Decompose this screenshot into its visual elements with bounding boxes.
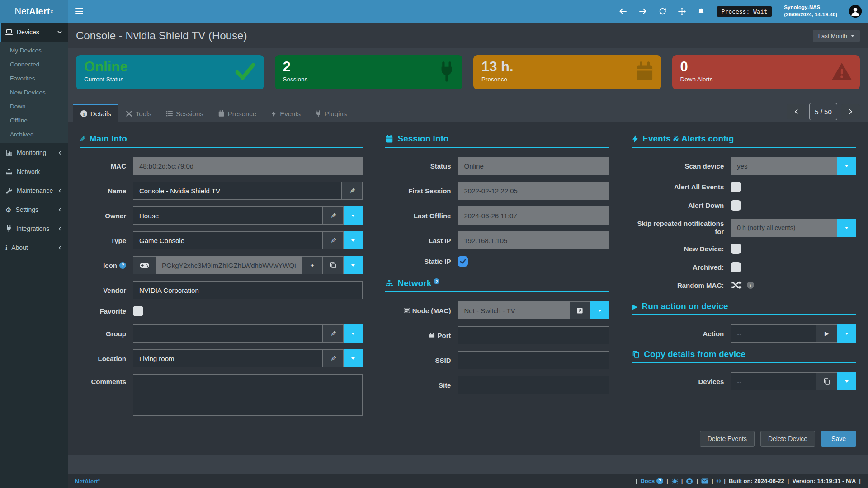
edit-type-button[interactable]: ✎ — [323, 231, 344, 249]
new-device-checkbox[interactable] — [731, 244, 741, 254]
sidebar-item-favorites[interactable]: Favorites — [0, 71, 68, 85]
name-field[interactable]: Console - Nvidia Shield TV — [133, 182, 342, 200]
github-link[interactable] — [686, 478, 693, 485]
help-icon[interactable]: ? — [119, 262, 126, 269]
sidebar-item-connected[interactable]: Connected — [0, 57, 68, 71]
sidebar-toggle-icon[interactable] — [68, 0, 90, 23]
sidebar-item-settings[interactable]: ⚙ Settings — [0, 200, 68, 219]
owner-field[interactable]: House — [133, 206, 323, 225]
sitemap-icon — [385, 279, 393, 287]
notifications-bell-icon[interactable] — [698, 8, 705, 15]
tab-tools[interactable]: Tools — [118, 104, 159, 122]
edit-location-button[interactable]: ✎ — [323, 349, 344, 367]
forward-arrow-icon[interactable] — [639, 8, 647, 15]
app-logo[interactable]: NetAlertx — [0, 0, 68, 23]
prev-device-button[interactable] — [787, 104, 806, 119]
edit-owner-button[interactable]: ✎ — [323, 206, 344, 225]
scan-device-dropdown-button[interactable] — [837, 157, 856, 175]
down-alerts-card[interactable]: 0 Down Alerts — [672, 55, 860, 89]
sidebar-item-down[interactable]: Down — [0, 99, 68, 113]
type-field[interactable]: Game Console — [133, 231, 323, 249]
ssid-field[interactable] — [458, 351, 609, 369]
edit-group-button[interactable]: ✎ — [323, 324, 344, 343]
info-icon[interactable]: i — [747, 282, 754, 289]
alert-down-checkbox[interactable] — [731, 200, 741, 211]
comments-textarea[interactable] — [133, 374, 363, 416]
group-field[interactable] — [133, 324, 323, 343]
docs-link[interactable]: Docs ? — [640, 478, 663, 484]
run-action-header: ▶ Run action on device — [632, 301, 856, 315]
back-arrow-icon[interactable] — [619, 8, 627, 15]
period-select[interactable]: Last Month — [813, 30, 860, 42]
tab-presence[interactable]: Presence — [211, 104, 264, 122]
refresh-icon[interactable] — [659, 8, 666, 15]
check-icon — [460, 259, 466, 264]
sidebar-item-integrations[interactable]: Integrations — [0, 219, 68, 238]
copy-devices-dropdown-button[interactable] — [837, 372, 856, 390]
sidebar-item-new-devices[interactable]: New Devices — [0, 85, 68, 99]
archived-checkbox[interactable] — [731, 262, 741, 272]
save-button[interactable]: Save — [821, 431, 856, 447]
skip-notifications-select[interactable]: 0 h (notify all events) — [731, 219, 837, 237]
location-field[interactable]: Living room — [133, 349, 323, 367]
node-dropdown-button[interactable] — [590, 301, 609, 319]
scan-device-select[interactable]: yes — [731, 157, 837, 175]
copy-icon-button[interactable] — [323, 256, 344, 274]
last-ip-field: 192.168.1.105 — [458, 231, 609, 249]
footer-brand[interactable]: NetAlertx — [75, 478, 100, 485]
sidebar-item-monitoring[interactable]: Monitoring — [0, 143, 68, 162]
next-device-button[interactable] — [841, 104, 860, 119]
ethernet-icon — [429, 333, 435, 338]
user-avatar[interactable] — [849, 5, 862, 18]
calendar-icon — [218, 110, 225, 117]
port-field[interactable] — [458, 326, 609, 344]
email-link[interactable] — [701, 478, 708, 484]
favorite-checkbox[interactable] — [133, 306, 143, 316]
action-dropdown-button[interactable] — [837, 324, 856, 343]
sidebar-item-network[interactable]: Network — [0, 162, 68, 181]
list-ol-icon — [166, 110, 173, 117]
copy-from-device-button[interactable] — [816, 372, 837, 390]
open-node-button[interactable] — [570, 301, 590, 319]
location-dropdown-button[interactable] — [344, 349, 363, 367]
owner-dropdown-button[interactable] — [344, 206, 363, 225]
device-icon-preview-button[interactable] — [133, 256, 156, 274]
tab-details[interactable]: i Details — [73, 104, 118, 122]
first-session-row: First Session 2022-02-12 22:05 — [385, 182, 609, 200]
alert-all-events-checkbox[interactable] — [731, 182, 741, 192]
delete-events-button[interactable]: Delete Events — [700, 431, 755, 447]
group-dropdown-button[interactable] — [344, 324, 363, 343]
sidebar-item-archived[interactable]: Archived — [0, 127, 68, 141]
action-field[interactable]: -- — [731, 324, 816, 343]
current-status-card[interactable]: Online Current Status — [76, 55, 264, 89]
icon-dropdown-button[interactable] — [344, 256, 363, 274]
tab-sessions[interactable]: Sessions — [159, 104, 211, 122]
sidebar-item-about[interactable]: i About — [0, 238, 68, 257]
icon-value-field: PGkgY2xhc3M9ImZhIGZhLWdhbWVwYWQi — [156, 256, 302, 274]
sidebar-item-maintenance[interactable]: Maintenance — [0, 181, 68, 200]
help-icon[interactable]: ? — [434, 278, 439, 284]
static-ip-checkbox[interactable] — [458, 256, 468, 267]
vendor-field[interactable]: NVIDIA Corporation — [133, 281, 363, 299]
delete-device-button[interactable]: Delete Device — [760, 431, 815, 447]
site-field[interactable] — [458, 376, 609, 394]
type-dropdown-button[interactable] — [344, 231, 363, 249]
sidebar-item-offline[interactable]: Offline — [0, 113, 68, 127]
mac-field: 48:b0:2d:5c:79:0d — [133, 157, 363, 175]
move-arrows-icon[interactable] — [678, 8, 686, 15]
run-action-button[interactable]: ▶ — [816, 324, 837, 343]
presence-card[interactable]: 13 h. Presence — [473, 55, 661, 89]
sidebar-item-my-devices[interactable]: My Devices — [0, 43, 68, 57]
tab-plugins[interactable]: Plugins — [308, 104, 354, 122]
brand-bold: Alert — [29, 6, 50, 17]
skip-notifications-dropdown-button[interactable] — [837, 219, 856, 237]
sidebar-item-devices[interactable]: Devices — [0, 23, 68, 42]
sessions-card[interactable]: 2 Sessions — [275, 55, 463, 89]
copy-devices-field[interactable]: -- — [731, 372, 816, 390]
add-icon-button[interactable]: + — [302, 256, 323, 274]
pager-position: 5 / 50 — [809, 103, 837, 120]
version-info: Version: 14:19:31 - N/A — [792, 478, 856, 484]
tab-events[interactable]: Events — [264, 104, 308, 122]
bug-report-link[interactable] — [671, 478, 678, 484]
edit-name-button[interactable]: ✎ — [342, 182, 363, 200]
